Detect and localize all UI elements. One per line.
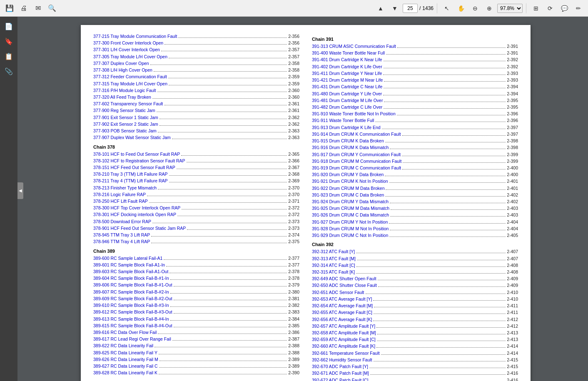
toc-link[interactable]: 389-617 RC Lead Regi Over Range Fail: [93, 336, 171, 342]
toc-link[interactable]: 391-916 Drum CRUM K Data Mismatch: [312, 144, 389, 151]
toc-link[interactable]: 391-911 Waste Toner Bottle Full: [312, 117, 374, 124]
toc-link[interactable]: 389-626 RC Data Linearity Fail M: [93, 356, 158, 363]
toc-link[interactable]: 377-602 Transparency Sensor Fault: [93, 101, 163, 107]
toc-link[interactable]: 392-656 ATC Average Fault [K]: [312, 316, 372, 323]
toc-link[interactable]: 389-604 RC Sample Block Fail-B-#1-In: [93, 275, 169, 281]
toc-link[interactable]: 392-314 ATC Fault [C]: [312, 262, 355, 269]
toc-link[interactable]: 392-315 ATC Fault [K]: [312, 269, 355, 275]
toc-link[interactable]: 389-607 RC Sample Block Fail-B-#2-In: [93, 289, 169, 295]
toc-link[interactable]: 389-610 RC Sample Block Fail-B-#3-In: [93, 302, 169, 309]
toc-link[interactable]: 377-901 Exit Sensor 1 Static Jam: [93, 115, 158, 121]
toc-link[interactable]: 392-672 ADC Patch Fault [C]: [312, 377, 368, 381]
toc-link[interactable]: 389-615 RC Sample Block Fail-B-#4-Out: [93, 323, 172, 329]
toc-link[interactable]: 389-601 RC Sample Block Fail-A1-In: [93, 262, 165, 268]
toc-link[interactable]: 392-650 ADC Shutter Close Fault: [312, 282, 377, 289]
toc-link[interactable]: 392-653 ATC Average Fault [Y]: [312, 296, 372, 302]
toc-link[interactable]: 389-627 RC Data Linearity Fail C: [93, 363, 158, 369]
toc-link[interactable]: 391-918 Drum CRUM M Communication Fault: [312, 158, 401, 164]
toc-link[interactable]: 392-649 ADC Shutter Open Fault: [312, 276, 376, 282]
toc-link[interactable]: 391-482 Drum Cartridge C Life Over: [312, 104, 382, 110]
toc-link[interactable]: 392-312 ATC Fault [Y]: [312, 249, 355, 255]
toc-link[interactable]: 391-481 Drum Cartridge M Life Over: [312, 97, 383, 104]
toc-link[interactable]: 391-480 Drum Cartridge Y Life Over: [312, 91, 382, 97]
toc-link[interactable]: 377-308 L/H High Cover Open: [93, 67, 152, 73]
toc-link[interactable]: 391-917 Drum CRUM Y Communication Fault: [312, 152, 401, 158]
toc-link[interactable]: 389-613 RC Sample Block Fail-B-#4-In: [93, 316, 169, 322]
print-button[interactable]: 🖨: [17, 2, 30, 15]
fit-page-button[interactable]: ⊞: [530, 2, 542, 15]
toc-link[interactable]: 378-213 Finisher Type Mismatch: [93, 185, 157, 191]
zoom-out-button[interactable]: ⊖: [469, 2, 481, 15]
toc-link[interactable]: 391-400 Waste Toner Bottle Near Full: [312, 50, 385, 56]
toc-link[interactable]: 389-628 RC Data Linearity Fail K: [93, 370, 157, 376]
rotate-button[interactable]: ⟳: [544, 2, 556, 15]
toc-link[interactable]: 391-402 Drum Cartridge K Life Over: [312, 64, 382, 70]
toc-link[interactable]: 391-924 Drum CRUM Y Data Mismatch: [312, 199, 389, 205]
toc-link[interactable]: 391-926 Drum CRUM C Data Mismatch: [312, 212, 389, 218]
toc-link[interactable]: 389-603 RC Sample Block Fail-A1-Out: [93, 269, 168, 275]
toc-link[interactable]: 391-928 Drum CRUM M Not In Position: [312, 226, 389, 232]
toc-link[interactable]: 377-320 All Feed Tray Broken: [93, 94, 151, 100]
toc-link[interactable]: 392-651 ADC Sensor Fault: [312, 289, 364, 296]
toc-link[interactable]: 391-915 Drum CRUM K Data Broken: [312, 138, 384, 144]
toc-link[interactable]: 391-929 Drum CRUM C Not In Position: [312, 232, 388, 239]
toc-link[interactable]: 378-101 HCF to Feed Out Sensor Fault RAP: [93, 151, 180, 157]
toc-link[interactable]: 391-401 Drum Cartridge K Near Life: [312, 57, 382, 63]
toc-link[interactable]: 391-923 Drum CRUM C Data Broken: [312, 192, 384, 198]
toc-link[interactable]: 377-900 Reg Sensor Static Jam: [93, 107, 155, 114]
toc-link[interactable]: 377-907 Duplex Wait Sensor Static Jam: [93, 134, 171, 141]
toc-link[interactable]: 377-215 Tray Module Communication Fault: [93, 33, 177, 40]
toc-link[interactable]: 377-300 Front Cover Interlock Open: [93, 40, 163, 46]
save-button[interactable]: 💾: [3, 2, 16, 15]
toc-link[interactable]: 391-913 Drum Cartridge K Life End: [312, 125, 381, 131]
toc-link[interactable]: 377-307 Duplex Cover Open: [93, 60, 149, 67]
toc-link[interactable]: 392-671 ADC Patch Fault [M]: [312, 370, 369, 376]
toc-link[interactable]: 391-925 Drum CRUM M Data Mismatch: [312, 205, 389, 212]
toc-link[interactable]: 378-300 HCF Top Cover Interlock Open RAP: [93, 205, 180, 211]
toc-link[interactable]: 391-921 Drum CRUM K Not In Position: [312, 178, 388, 184]
toc-link[interactable]: 378-945 TTM Tray 3 Lift RAP: [93, 232, 150, 238]
sidebar-pages-button[interactable]: 📄: [2, 20, 15, 32]
sidebar-attachments-button[interactable]: 📎: [2, 65, 15, 77]
toc-link[interactable]: 392-655 ATC Average Fault [C]: [312, 309, 372, 316]
zoom-in-button[interactable]: ⊕: [483, 2, 496, 15]
page-number-input[interactable]: 25: [403, 4, 418, 13]
nav-up-button[interactable]: ▲: [374, 2, 387, 15]
toc-link[interactable]: 378-102 HCF to Registration Sensor Fault…: [93, 158, 185, 164]
comment-button[interactable]: 💬: [558, 2, 571, 15]
toc-link[interactable]: 377-301 L/H Cover Interlock Open: [93, 47, 160, 53]
toc-link[interactable]: 391-914 Drum CRUM K Communication Fault: [312, 131, 401, 137]
toc-link[interactable]: 389-612 RC Sample Block Fail-B-#3-Out: [93, 309, 172, 315]
toc-link[interactable]: 391-910 Waste Toner Bottle Not In Positi…: [312, 111, 396, 117]
markup-button[interactable]: ✏: [572, 2, 585, 15]
toc-link[interactable]: 378-901 HCF Feed Out Sensor Static Jam R…: [93, 225, 186, 232]
toc-link[interactable]: 377-903 POB Sensor Static Jam: [93, 128, 157, 134]
toc-link[interactable]: 389-622 RC Data Linearity Fail: [93, 343, 153, 349]
sidebar-layers-button[interactable]: 📋: [2, 50, 15, 62]
toc-link[interactable]: 389-606 RC Sample Block Fail-B-#1-Out: [93, 282, 172, 288]
toc-link[interactable]: 392-660 ATC Amplitude Fault [K]: [312, 343, 375, 349]
toc-link[interactable]: 377-902 Exit Sensor 2 Static Jam: [93, 121, 158, 127]
toc-link[interactable]: 378-946 TTM Tray 4 Lift RAP: [93, 239, 150, 245]
toc-link[interactable]: 378-301 HCF Docking interlock Open RAP: [93, 212, 176, 218]
toc-link[interactable]: 389-625 RC Data Linearity Fail Y: [93, 350, 157, 356]
toc-link[interactable]: 389-609 RC Sample Block Fail-B-#2-Out: [93, 296, 172, 302]
toc-link[interactable]: 389-616 RC Data Over Flow Fail: [93, 329, 157, 336]
toc-link[interactable]: 391-919 Drum CRUM C Communication Fault: [312, 165, 401, 171]
toc-link[interactable]: 389-600 RC Sample Lateral Fail-A1: [93, 255, 162, 261]
toc-link[interactable]: 378-151 HCF Feed Out Sensor Fault RAP: [93, 164, 175, 171]
toc-link[interactable]: 391-411 Drum Cartridge Y Near Life: [312, 70, 382, 77]
toc-link[interactable]: 391-313 CRUM ASIC Communication Fault: [312, 43, 396, 50]
toc-link[interactable]: 392-654 ATC Average Fault [M]: [312, 303, 373, 309]
toc-link[interactable]: 392-661 Temperature Sensor Fault: [312, 350, 380, 356]
toc-link[interactable]: 378-500 Download Error RAP: [93, 219, 151, 225]
toc-link[interactable]: 377-305 Tray Module L/H Cover Open: [93, 54, 167, 60]
toc-link[interactable]: 378-250 HCF Lift Fault RAP: [93, 198, 148, 204]
toc-link[interactable]: 392-670 ADC Patch Fault [Y]: [312, 364, 368, 370]
toc-link[interactable]: 391-431 Drum Cartridge C Near Life: [312, 84, 382, 90]
toc-link[interactable]: 378-210 Tray 3 (TTM) Lift Failure RAP: [93, 171, 168, 177]
toc-link[interactable]: 377-316 P/H Module Logic Fault: [93, 87, 156, 94]
toc-link[interactable]: 377-312 Feeder Communication Fault: [93, 74, 167, 80]
toc-link[interactable]: 392-659 ATC Amplitude Fault [C]: [312, 336, 376, 343]
toc-link[interactable]: 391-927 Drum CRUM Y Not In Position: [312, 219, 388, 225]
